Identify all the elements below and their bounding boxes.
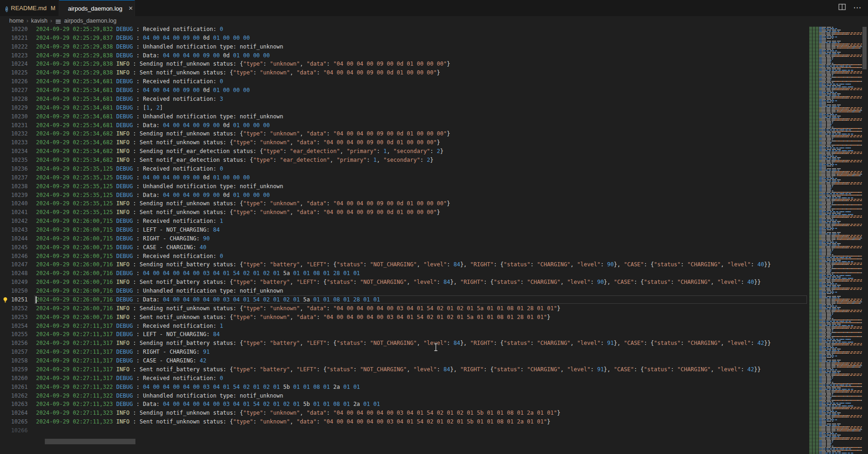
breadcrumb-home[interactable]: home (9, 18, 24, 24)
log-line[interactable]: 10266 (0, 426, 808, 435)
log-line[interactable]: 102642024-09-29 02:27:11,323 INFO : Send… (0, 409, 808, 417)
log-line[interactable]: 102222024-09-29 02:25:29,838 DEBUG : Unh… (0, 43, 808, 51)
log-line-text[interactable]: 2024-09-29 02:27:11,317 DEBUG : LEFT - N… (36, 330, 220, 339)
line-number[interactable]: 10245 (0, 243, 28, 252)
vertical-scrollbar-thumb[interactable] (862, 27, 867, 69)
line-number[interactable]: 10238 (0, 182, 28, 191)
log-line[interactable]: 102582024-09-29 02:27:11,317 DEBUG : CAS… (0, 356, 808, 365)
log-line[interactable]: 102562024-09-29 02:27:11,317 INFO : Send… (0, 339, 808, 348)
log-line[interactable]: 102472024-09-29 02:26:00,716 INFO : Send… (0, 260, 808, 269)
line-number[interactable]: 10226 (0, 77, 28, 86)
more-actions-icon[interactable]: ⋯ (853, 3, 862, 12)
log-line-text[interactable]: 2024-09-29 02:27:11,317 DEBUG : Received… (36, 374, 223, 383)
line-number[interactable]: 10258 (0, 356, 28, 365)
tab-readme[interactable]: i README.md M (0, 0, 59, 16)
log-line-text[interactable]: 2024-09-29 02:27:11,323 INFO : Sending n… (36, 409, 560, 417)
line-number[interactable]: 10230 (0, 112, 28, 121)
line-number[interactable]: 10256 (0, 339, 28, 348)
log-line-text[interactable]: 2024-09-29 02:26:00,716 DEBUG : Data: 04… (36, 295, 380, 304)
lightbulb-icon[interactable] (2, 297, 8, 303)
line-number[interactable]: 10261 (0, 383, 28, 392)
log-line-text[interactable]: 2024-09-29 02:25:35,125 DEBUG : 04 00 04… (36, 173, 250, 182)
log-line-text[interactable]: 2024-09-29 02:26:00,716 INFO : Sent noti… (36, 278, 761, 287)
line-number[interactable]: 10240 (0, 199, 28, 208)
log-line-text[interactable]: 2024-09-29 02:25:34,682 INFO : Sent noti… (36, 156, 434, 165)
log-line[interactable]: 102532024-09-29 02:26:00,716 INFO : Sent… (0, 313, 808, 322)
log-line-text[interactable]: 2024-09-29 02:27:11,317 DEBUG : CASE - C… (36, 356, 206, 365)
log-line-text[interactable]: 2024-09-29 02:25:35,125 INFO : Sent noti… (36, 208, 440, 217)
line-number[interactable]: 10228 (0, 95, 28, 104)
line-number[interactable]: 10225 (0, 68, 28, 77)
line-number[interactable]: 10266 (0, 426, 28, 435)
log-line[interactable]: 102212024-09-29 02:25:29,837 DEBUG : 04 … (0, 34, 808, 43)
breadcrumb-file[interactable]: airpods_daemon.log (64, 18, 116, 24)
breadcrumb-kavish[interactable]: kavish (31, 18, 47, 24)
log-line-text[interactable]: 2024-09-29 02:25:29,832 DEBUG : Received… (36, 25, 223, 34)
log-line[interactable]: 102572024-09-29 02:27:11,317 DEBUG : RIG… (0, 348, 808, 356)
log-line[interactable]: 102392024-09-29 02:25:35,125 DEBUG : Dat… (0, 191, 808, 200)
line-number[interactable]: 10227 (0, 86, 28, 95)
log-line[interactable]: 102322024-09-29 02:25:34,682 INFO : Send… (0, 129, 808, 138)
log-line-text[interactable]: 2024-09-29 02:27:11,323 DEBUG : Data: 04… (36, 400, 380, 409)
split-editor-icon[interactable] (838, 3, 846, 12)
log-line-text[interactable]: 2024-09-29 02:26:00,716 DEBUG : Unhandle… (36, 287, 283, 295)
log-line[interactable]: 102262024-09-29 02:25:34,681 DEBUG : Rec… (0, 77, 808, 86)
log-line-text[interactable]: 2024-09-29 02:27:11,317 DEBUG : RIGHT - … (36, 348, 210, 356)
log-line-text[interactable]: 2024-09-29 02:26:00,716 INFO : Sent noti… (36, 313, 550, 322)
log-line-text[interactable]: 2024-09-29 02:27:11,323 INFO : Sent noti… (36, 417, 550, 426)
log-line[interactable]: 102452024-09-29 02:26:00,715 DEBUG : CAS… (0, 243, 808, 252)
log-line[interactable]: 102622024-09-29 02:27:11,322 DEBUG : Unh… (0, 392, 808, 400)
log-line-text[interactable]: 2024-09-29 02:25:35,125 DEBUG : Received… (36, 165, 223, 173)
log-line[interactable]: 102432024-09-29 02:26:00,715 DEBUG : LEF… (0, 226, 808, 234)
line-number[interactable]: 10250 (0, 287, 28, 295)
line-number[interactable]: 10223 (0, 51, 28, 60)
line-number[interactable]: 10220 (0, 25, 28, 34)
log-line-text[interactable]: 2024-09-29 02:26:00,715 DEBUG : LEFT - N… (36, 226, 220, 234)
line-number[interactable]: 10247 (0, 260, 28, 269)
log-line[interactable]: 102402024-09-29 02:25:35,125 INFO : Send… (0, 199, 808, 208)
log-line-text[interactable]: 2024-09-29 02:25:35,125 DEBUG : Data: 04… (36, 191, 270, 200)
line-number[interactable]: 10231 (0, 121, 28, 130)
log-line-text[interactable]: 2024-09-29 02:27:11,317 INFO : Sending n… (36, 339, 771, 348)
line-number[interactable]: 10252 (0, 304, 28, 313)
line-number[interactable]: 10264 (0, 409, 28, 417)
log-line[interactable]: 102522024-09-29 02:26:00,716 INFO : Send… (0, 304, 808, 313)
log-line-text[interactable]: 2024-09-29 02:27:11,322 DEBUG : 04 00 04… (36, 383, 360, 392)
line-number[interactable]: 10244 (0, 234, 28, 243)
line-number[interactable]: 10224 (0, 60, 28, 68)
line-number[interactable]: 10242 (0, 217, 28, 226)
log-line[interactable]: 102312024-09-29 02:25:34,681 DEBUG : Dat… (0, 121, 808, 130)
line-number[interactable]: 10239 (0, 191, 28, 200)
log-line[interactable]: 102482024-09-29 02:26:00,716 DEBUG : 04 … (0, 269, 808, 278)
log-line[interactable]: 102202024-09-29 02:25:29,832 DEBUG : Rec… (0, 25, 808, 34)
editor-lines[interactable]: 102202024-09-29 02:25:29,832 DEBUG : Rec… (0, 25, 808, 454)
log-line[interactable]: 102332024-09-29 02:25:34,682 INFO : Sent… (0, 138, 808, 147)
log-line-text[interactable]: 2024-09-29 02:25:34,682 INFO : Sent noti… (36, 138, 440, 147)
line-number[interactable]: 10221 (0, 34, 28, 43)
log-line[interactable]: 102652024-09-29 02:27:11,323 INFO : Sent… (0, 417, 808, 426)
log-line-text[interactable]: 2024-09-29 02:25:29,838 DEBUG : Data: 04… (36, 51, 270, 60)
log-line-text[interactable]: 2024-09-29 02:25:29,838 INFO : Sent noti… (36, 68, 440, 77)
log-line-text[interactable]: 2024-09-29 02:26:00,716 INFO : Sending n… (36, 260, 771, 269)
line-number[interactable]: 10259 (0, 365, 28, 374)
log-line[interactable]: 102612024-09-29 02:27:11,322 DEBUG : 04 … (0, 383, 808, 392)
log-line[interactable]: 102302024-09-29 02:25:34,681 DEBUG : Unh… (0, 112, 808, 121)
log-line-text[interactable]: 2024-09-29 02:26:00,715 DEBUG : Received… (36, 252, 223, 261)
log-line-text[interactable]: 2024-09-29 02:25:34,682 INFO : Sending n… (36, 147, 444, 156)
line-number[interactable]: 10222 (0, 43, 28, 51)
tab-airpods-daemon-log[interactable]: airpods_daemon.log ✕ (59, 0, 135, 16)
log-line-text[interactable]: 2024-09-29 02:25:34,681 DEBUG : Unhandle… (36, 112, 283, 121)
close-tab-icon[interactable]: ✕ (128, 5, 133, 12)
line-number[interactable]: 10255 (0, 330, 28, 339)
log-line[interactable]: 102422024-09-29 02:26:00,715 DEBUG : Rec… (0, 217, 808, 226)
log-line[interactable]: 102382024-09-29 02:25:35,125 DEBUG : Unh… (0, 182, 808, 191)
log-line[interactable]: 102362024-09-29 02:25:35,125 DEBUG : Rec… (0, 165, 808, 173)
log-line[interactable]: 102632024-09-29 02:27:11,323 DEBUG : Dat… (0, 400, 808, 409)
log-line-text[interactable]: 2024-09-29 02:25:35,125 DEBUG : Unhandle… (36, 182, 283, 191)
log-line[interactable]: 102592024-09-29 02:27:11,317 INFO : Sent… (0, 365, 808, 374)
line-number[interactable]: 10235 (0, 156, 28, 165)
line-number[interactable]: 10265 (0, 417, 28, 426)
log-line-text[interactable]: 2024-09-29 02:25:34,681 DEBUG : [1, 2] (36, 104, 163, 112)
log-line[interactable]: 102442024-09-29 02:26:00,715 DEBUG : RIG… (0, 234, 808, 243)
minimap[interactable] (809, 27, 862, 454)
